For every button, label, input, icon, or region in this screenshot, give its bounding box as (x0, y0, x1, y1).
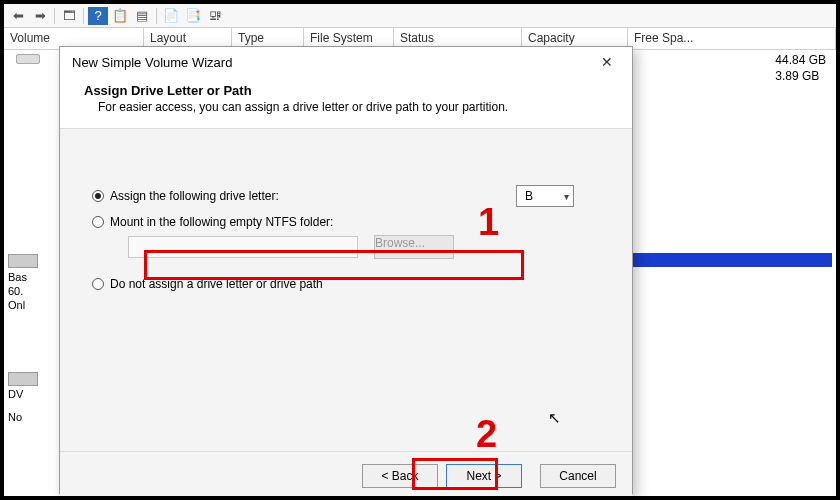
toolbar-separator (54, 8, 55, 24)
dialog-title: New Simple Volume Wizard (72, 55, 232, 70)
settings-icon[interactable]: 🖳 (205, 7, 225, 25)
dialog-subtext: For easier access, you can assign a driv… (84, 100, 608, 114)
option-assign-letter-row[interactable]: Assign the following drive letter: B ▾ (92, 189, 600, 203)
col-freespace[interactable]: Free Spa... (628, 28, 836, 49)
cancel-button[interactable]: Cancel (540, 464, 616, 488)
option-no-assign-label: Do not assign a drive letter or drive pa… (110, 277, 323, 291)
refresh-icon[interactable]: 📑 (183, 7, 203, 25)
new-simple-volume-wizard-dialog: New Simple Volume Wizard ✕ Assign Drive … (59, 46, 633, 494)
dialog-titlebar: New Simple Volume Wizard ✕ (60, 47, 632, 77)
disk-status-online: Onl (8, 298, 54, 312)
disk-label-basic: Bas (8, 270, 54, 284)
option-assign-letter-label: Assign the following drive letter: (110, 189, 279, 203)
option-mount-folder-row[interactable]: Mount in the following empty NTFS folder… (92, 215, 600, 229)
disk-info-panel: Bas 60. Onl (4, 254, 54, 312)
main-toolbar: ⬅ ➡ 🗔 ? 📋 ▤ 📄 📑 🖳 (4, 4, 836, 28)
dialog-footer: < Back Next > Cancel (60, 451, 632, 499)
ntfs-path-input[interactable] (128, 236, 358, 258)
dvd-label: DV (8, 388, 23, 400)
no-media-label: No (8, 411, 22, 423)
partition-selected-bar[interactable] (629, 253, 832, 267)
dialog-header: Assign Drive Letter or Path For easier a… (60, 77, 632, 129)
back-button[interactable]: < Back (362, 464, 438, 488)
forward-icon[interactable]: ➡ (30, 7, 50, 25)
dvd-panel: DV (8, 372, 38, 400)
freespace-values: 44.84 GB 3.89 GB (775, 52, 826, 84)
window-icon[interactable]: 🗔 (59, 7, 79, 25)
radio-assign-letter[interactable] (92, 190, 104, 202)
properties-icon[interactable]: 📋 (110, 7, 130, 25)
option-mount-folder-label: Mount in the following empty NTFS folder… (110, 215, 333, 229)
option-no-assign-row[interactable]: Do not assign a drive letter or drive pa… (92, 277, 600, 291)
mount-path-row: Browse... (92, 235, 600, 259)
dialog-body: Assign the following drive letter: B ▾ M… (60, 129, 632, 451)
drive-letter-value: B (525, 189, 533, 203)
freespace-value: 44.84 GB (775, 52, 826, 68)
list-icon[interactable]: ▤ (132, 7, 152, 25)
toolbar-separator (156, 8, 157, 24)
disk-size: 60. (8, 284, 54, 298)
chevron-down-icon: ▾ (564, 191, 569, 202)
back-icon[interactable]: ⬅ (8, 7, 28, 25)
disk-icon (8, 254, 38, 268)
toolbar-separator (83, 8, 84, 24)
cursor-icon: ↖ (548, 409, 561, 427)
freespace-value: 3.89 GB (775, 68, 826, 84)
next-button[interactable]: Next > (446, 464, 522, 488)
drive-letter-select[interactable]: B ▾ (516, 185, 574, 207)
dvd-icon (8, 372, 38, 386)
radio-mount-folder[interactable] (92, 216, 104, 228)
radio-no-assign[interactable] (92, 278, 104, 290)
volume-icon (16, 54, 40, 64)
browse-button[interactable]: Browse... (374, 235, 454, 259)
help-icon[interactable]: ? (88, 7, 108, 25)
close-button[interactable]: ✕ (590, 49, 624, 75)
dialog-heading: Assign Drive Letter or Path (84, 83, 608, 98)
add-icon[interactable]: 📄 (161, 7, 181, 25)
